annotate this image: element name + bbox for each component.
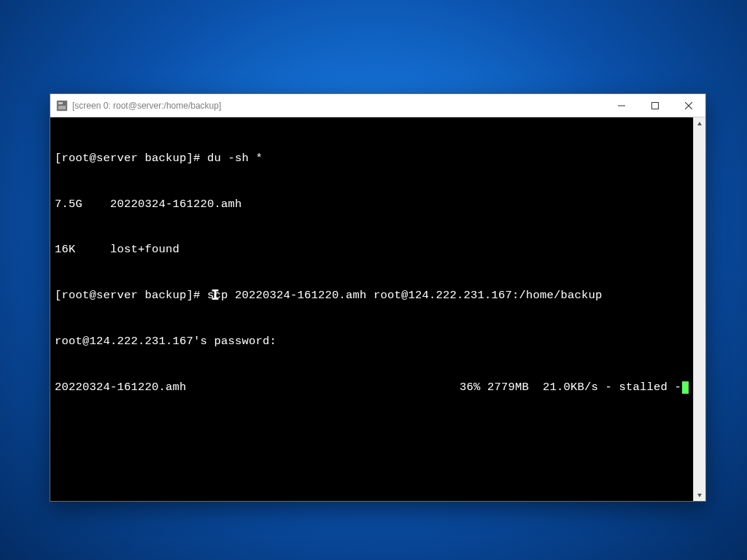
scp-filename: 20220324-161220.amh (55, 380, 187, 395)
svg-rect-4 (652, 102, 659, 109)
scp-progress-status: 36% 2779MB 21.0KB/s - stalled - (460, 380, 689, 395)
svg-rect-3 (618, 105, 625, 106)
minimize-button[interactable] (605, 94, 638, 117)
window-controls (605, 94, 705, 117)
terminal-area: [root@server backup]# du -sh * 7.5G 2022… (50, 117, 705, 501)
svg-rect-1 (58, 102, 63, 104)
window-title: [screen 0: root@server:/home/backup] (72, 101, 605, 111)
terminal-line: 7.5G 20220324-161220.amh (55, 197, 689, 212)
terminal-line: root@124.222.231.167's password: (55, 334, 689, 349)
maximize-button[interactable] (638, 94, 672, 117)
scroll-up-button[interactable] (694, 117, 705, 130)
svg-rect-2 (58, 106, 66, 109)
vertical-scrollbar[interactable] (693, 117, 705, 501)
terminal-window: [screen 0: root@server:/home/backup] [ro… (50, 93, 706, 502)
terminal-line: 16K lost+found (55, 242, 689, 257)
close-button[interactable] (672, 94, 705, 117)
terminal-line: [root@server backup]# scp 20220324-16122… (55, 288, 689, 303)
app-icon (56, 100, 68, 112)
scroll-down-button[interactable] (694, 489, 705, 501)
scp-progress-line: 20220324-161220.amh 36% 2779MB 21.0KB/s … (55, 380, 689, 395)
terminal-output[interactable]: [root@server backup]# du -sh * 7.5G 2022… (50, 117, 693, 501)
titlebar[interactable]: [screen 0: root@server:/home/backup] (50, 94, 705, 117)
terminal-line: [root@server backup]# du -sh * (55, 151, 689, 166)
scrollbar-track[interactable] (694, 130, 705, 489)
cursor-icon (682, 381, 689, 394)
